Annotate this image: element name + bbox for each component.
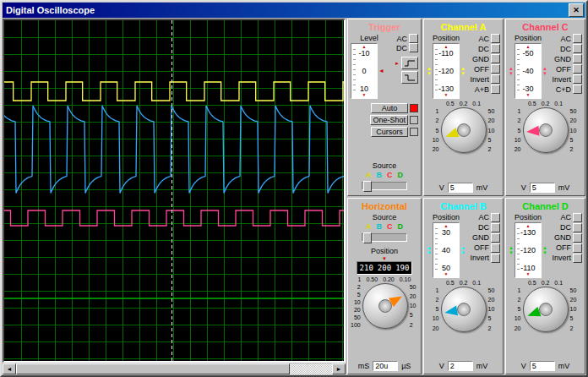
channel-b-position-slider[interactable]: ▲ 304050 ▼	[433, 222, 460, 278]
down-arrow-icon: ▼	[427, 71, 432, 76]
knob-scale-label: 10	[488, 128, 501, 134]
a-b-toggle-button[interactable]	[491, 85, 500, 94]
option-row: DC	[560, 44, 582, 53]
scroll-track[interactable]	[16, 363, 332, 374]
knob-face[interactable]	[523, 287, 569, 332]
scroll-right-button[interactable]: ►	[332, 363, 346, 374]
trigger-level-marker-icon[interactable]: ◄	[378, 68, 384, 74]
channel-d-gain-knob[interactable]: 0.50.20.1 1251020 50201052	[509, 280, 582, 332]
invert-toggle-button[interactable]	[573, 254, 582, 263]
falling-edge-button[interactable]	[401, 71, 418, 84]
trigger-level-value: 0	[362, 67, 366, 75]
knob-scale-label: 50	[570, 108, 583, 114]
channel-a-position-slider[interactable]: ▲ -110-120-130 ▼	[433, 43, 460, 99]
auto-button[interactable]: Auto	[371, 103, 408, 113]
position-arrows-left[interactable]: ▲▼	[509, 66, 514, 76]
dc-toggle-button[interactable]	[573, 44, 582, 53]
gnd-toggle-button[interactable]	[573, 233, 582, 243]
rising-edge-button[interactable]	[401, 57, 418, 69]
dc-toggle-button[interactable]	[491, 44, 500, 53]
window-title: Digital Oscilloscope	[6, 5, 569, 15]
position-arrows-right[interactable]: ▲▼	[542, 245, 547, 255]
channel-c-options: ACDCGNDOFFInvertC+D	[552, 34, 582, 99]
cursors-button[interactable]: Cursors	[371, 127, 408, 137]
horizontal-source-block: Source ABCD	[351, 213, 418, 245]
horizontal-source-slider[interactable]	[362, 233, 407, 242]
channel-c-position-slider[interactable]: ▲ -50-40-30 ▼	[514, 43, 542, 99]
ac-toggle-button[interactable]	[409, 34, 418, 43]
dc-toggle-button[interactable]	[573, 223, 582, 232]
trigger-level-slider[interactable]: ▲ -10010 ▼	[351, 43, 378, 99]
position-value: 200	[378, 264, 391, 272]
channel-d-position-slider[interactable]: ▲ -130-120-110 ▼	[514, 222, 542, 278]
timebase-knob[interactable]: 10.500.200.10 25102050100 50201052	[351, 276, 418, 329]
position-arrows-left[interactable]: ▲▼	[427, 245, 432, 255]
option-row: GND	[472, 54, 500, 63]
channel-b-title: Channel B	[427, 200, 500, 212]
trigger-title: Trigger	[351, 21, 418, 33]
off-toggle-button[interactable]	[491, 64, 500, 74]
trigger-modes: Auto One-Shot Cursors	[351, 103, 418, 137]
position-value: -40	[522, 67, 533, 75]
knob-scale-left: 1251020	[509, 287, 521, 332]
one-shot-button[interactable]: One-Shot	[370, 115, 408, 125]
trigger-source-slider[interactable]	[362, 182, 407, 190]
option-label: GND	[472, 233, 489, 242]
channel-d-options: ACDCGNDOFFInvert	[552, 213, 582, 278]
option-row: AC	[560, 34, 582, 43]
edge-select-marker-icon: ►	[395, 61, 400, 66]
horizontal-source-slider-thumb[interactable]	[363, 232, 372, 243]
gnd-toggle-button[interactable]	[491, 54, 500, 63]
option-label: Invert	[470, 75, 489, 84]
option-label: DC	[560, 223, 571, 232]
option-label: Invert	[470, 254, 489, 262]
ac-toggle-button[interactable]	[491, 34, 500, 43]
channel-a-gain-knob[interactable]: 0.50.20.1 1251020 50201052	[427, 101, 500, 153]
position-values: 304050	[433, 228, 459, 272]
control-panels: Trigger Level ▲ -10010 ▼ ◄	[347, 19, 585, 374]
position-arrows-right[interactable]: ▲▼	[460, 245, 466, 255]
position-arrows-right[interactable]: ▲▼	[542, 66, 547, 76]
dc-toggle-button[interactable]	[491, 223, 500, 232]
invert-toggle-button[interactable]	[573, 74, 582, 84]
knob-scale-label: 20	[427, 146, 439, 152]
channel-d-title: Channel D	[509, 200, 582, 212]
off-toggle-button[interactable]	[573, 243, 582, 253]
gnd-toggle-button[interactable]	[573, 54, 582, 63]
position-value: 50	[442, 264, 450, 272]
c-d-toggle-button[interactable]	[573, 85, 582, 94]
knob-face[interactable]	[441, 287, 487, 332]
horizontal-position-display[interactable]: 210 200 190	[357, 261, 412, 275]
ac-toggle-button[interactable]	[573, 34, 582, 43]
gnd-toggle-button[interactable]	[491, 233, 500, 243]
knob-face[interactable]	[441, 107, 487, 153]
ac-toggle-button[interactable]	[491, 213, 500, 222]
channel-b-gain-knob[interactable]: 0.50.20.1 1251020 50201052	[427, 280, 500, 332]
scope-h-scrollbar[interactable]: ◄ ►	[3, 363, 346, 374]
down-arrow-icon: ▼	[509, 250, 514, 255]
knob-pointer-icon	[525, 126, 539, 137]
channel-c-gain-knob[interactable]: 0.50.20.1 1251020 50201052	[509, 101, 582, 153]
position-arrows-right[interactable]: ▲▼	[460, 66, 466, 76]
option-label: GND	[554, 233, 571, 242]
scroll-left-button[interactable]: ◄	[3, 363, 16, 374]
invert-toggle-button[interactable]	[491, 254, 500, 263]
off-toggle-button[interactable]	[573, 64, 582, 74]
off-toggle-button[interactable]	[491, 243, 500, 253]
title-bar[interactable]: Digital Oscilloscope ✕	[3, 3, 585, 18]
invert-toggle-button[interactable]	[491, 74, 500, 84]
knob-face[interactable]	[523, 107, 569, 153]
channel-b-options: ACDCGNDOFFInvert	[470, 213, 500, 278]
ac-toggle-button[interactable]	[573, 213, 582, 222]
option-row: DC	[478, 44, 500, 53]
position-arrows-left[interactable]: ▲▼	[427, 66, 432, 76]
knob-face[interactable]	[362, 283, 408, 329]
scroll-thumb[interactable]	[16, 363, 290, 374]
position-arrows-left[interactable]: ▲▼	[509, 245, 514, 255]
option-row: Invert	[470, 74, 500, 84]
trigger-source-slider-thumb[interactable]	[363, 181, 372, 192]
auto-indicator-lamp	[410, 104, 418, 112]
close-button[interactable]: ✕	[569, 3, 584, 17]
dc-toggle-button[interactable]	[409, 43, 418, 52]
slider-bottom-marker-icon: ▼	[525, 93, 530, 97]
